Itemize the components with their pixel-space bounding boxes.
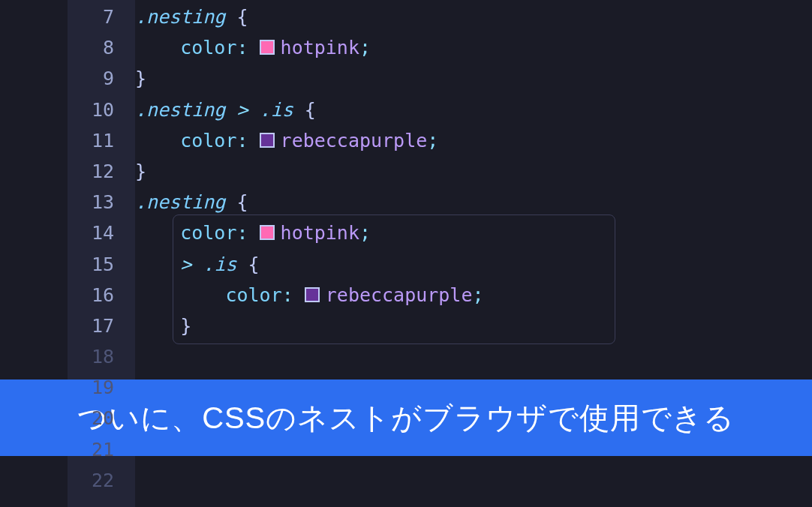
code-line[interactable]: color: rebeccapurple; [135, 125, 812, 156]
color-swatch-icon[interactable] [305, 287, 320, 302]
line-number: 12 [0, 156, 135, 187]
code-line[interactable]: } [135, 63, 812, 94]
indent [135, 254, 180, 275]
css-property: color [180, 130, 236, 152]
line-number: 15 [0, 249, 135, 280]
line-number: 10 [0, 94, 135, 125]
css-property: color [180, 222, 236, 244]
css-value: rebeccapurple [281, 130, 428, 152]
semicolon: ; [359, 222, 371, 244]
indent [135, 284, 225, 306]
css-property: color [225, 284, 281, 306]
code-line[interactable] [135, 341, 812, 372]
code-line[interactable]: } [135, 310, 812, 341]
code-line[interactable]: > .is { [135, 249, 812, 280]
color-swatch-icon[interactable] [260, 133, 275, 148]
indent [135, 315, 180, 337]
indent [135, 130, 180, 152]
line-number: 7 [0, 2, 135, 32]
line-number: 8 [0, 32, 135, 63]
code-line[interactable]: color: hotpink; [135, 218, 812, 248]
line-number: 11 [0, 125, 135, 156]
code-line[interactable]: .nesting { [135, 2, 812, 32]
brace-open: { [293, 99, 316, 121]
line-number: 17 [0, 310, 135, 341]
brace-close: } [180, 315, 191, 337]
code-line[interactable]: } [135, 156, 812, 187]
colon: : [282, 284, 305, 306]
semicolon: ; [359, 37, 371, 58]
line-number-gutter: 78910111213141516171819202122 [0, 0, 135, 507]
color-swatch-icon[interactable] [260, 225, 275, 240]
brace-close: } [135, 68, 146, 89]
line-number: 13 [0, 187, 135, 218]
css-combinator: > [180, 254, 203, 275]
semicolon: ; [472, 284, 483, 306]
line-number: 19 [0, 372, 135, 403]
semicolon: ; [427, 130, 438, 152]
colon: : [236, 222, 259, 244]
line-number: 18 [0, 341, 135, 372]
code-line[interactable] [135, 465, 812, 496]
code-line[interactable]: .nesting > .is { [135, 94, 812, 125]
brace-open: { [225, 191, 248, 213]
code-line[interactable]: .nesting { [135, 187, 812, 218]
css-property: color [180, 37, 236, 58]
css-combinator: > [225, 99, 259, 121]
line-number: 9 [0, 63, 135, 94]
brace-open: { [236, 254, 259, 275]
css-value: hotpink [281, 222, 359, 244]
line-number: 14 [0, 218, 135, 248]
line-number: 21 [0, 434, 135, 465]
color-swatch-icon[interactable] [260, 40, 275, 55]
css-value: rebeccapurple [326, 284, 473, 306]
css-selector: .is [203, 254, 236, 275]
code-line[interactable]: color: rebeccapurple; [135, 280, 812, 310]
line-number: 20 [0, 403, 135, 434]
css-selector: .nesting [135, 6, 225, 28]
brace-close: } [135, 160, 146, 182]
indent [135, 222, 180, 244]
css-selector: .is [260, 99, 293, 121]
line-number: 16 [0, 280, 135, 310]
indent [135, 37, 180, 58]
brace-open: { [225, 6, 248, 28]
css-value: hotpink [281, 37, 359, 58]
colon: : [236, 130, 259, 152]
css-selector: .nesting [135, 191, 225, 213]
code-line[interactable]: color: hotpink; [135, 32, 812, 63]
line-number: 22 [0, 465, 135, 496]
banner-text: ついに、CSSのネストがブラウザで使用できる [77, 398, 735, 439]
css-selector: .nesting [135, 99, 225, 121]
colon: : [236, 37, 259, 58]
